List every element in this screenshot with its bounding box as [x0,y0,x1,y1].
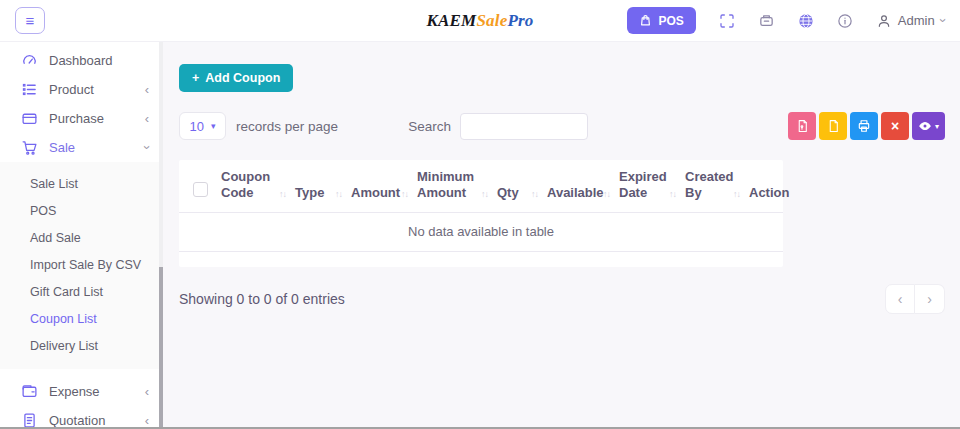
sort-icon: ↑↓ [335,189,342,200]
user-icon [876,13,892,29]
sidebar-item-purchase[interactable]: Purchase ‹ [0,104,162,133]
admin-dropdown[interactable]: Admin › [876,13,945,29]
chevron-expanded-icon: › [140,145,153,149]
chevron-collapsed-icon: ‹ [145,112,149,125]
submenu-item-delivery-list[interactable]: Delivery List [0,332,162,359]
top-bar: ≡ KAEMSalePro POS [0,0,960,42]
print-button[interactable] [850,112,878,140]
select-all-header [179,160,215,212]
pagination-next-button[interactable]: › [915,284,945,314]
sidebar-scrollbar-thumb[interactable] [159,267,163,429]
add-coupon-label: Add Coupon [205,71,280,85]
sort-icon: ↑↓ [279,189,286,200]
pos-button-label: POS [658,14,683,28]
sidebar-item-dashboard[interactable]: Dashboard [0,46,162,75]
submenu-item-coupon-list[interactable]: Coupon List [0,305,162,332]
dropdown-caret-icon: ▾ [935,122,939,131]
submenu-label: Add Sale [30,231,81,245]
export-pdf-button[interactable] [788,112,816,140]
sort-icon: ↑↓ [531,189,538,200]
shopping-bag-icon [639,14,652,27]
column-label: Amount [351,185,400,200]
submenu-label: Gift Card List [30,285,103,299]
sort-icon: ↑↓ [733,189,740,200]
column-label: Qty [497,185,519,200]
pos-button[interactable]: POS [627,7,695,34]
sidebar-item-quotation[interactable]: Quotation ‹ [0,406,162,429]
chevron-down-icon: › [936,18,949,22]
column-label: Minimum Amount [417,169,474,200]
submenu-item-pos[interactable]: POS [0,197,162,224]
select-all-checkbox[interactable] [193,182,208,197]
pagination: ‹ › [885,284,945,314]
table-header-row: Coupon Code↑↓ Type↑↓ Amount↑↓ Minimum Am… [179,160,783,212]
column-header-minimum-amount[interactable]: Minimum Amount↑↓ [411,160,491,212]
sale-submenu: Sale List POS Add Sale Import Sale By CS… [0,162,162,369]
pagination-prev-button[interactable]: ‹ [885,284,915,314]
printer-icon [857,119,871,133]
sidebar-item-label: Quotation [49,413,105,428]
search-label: Search [408,119,451,134]
column-header-created-by[interactable]: Created By↑↓ [679,160,743,212]
submenu-label: Coupon List [30,312,97,326]
sort-icon: ↑↓ [401,189,408,200]
chevron-collapsed-icon: ‹ [145,414,149,427]
sidebar: Dashboard Product ‹ Purchase ‹ [0,42,163,429]
add-coupon-button[interactable]: + Add Coupon [179,64,293,92]
export-excel-button[interactable] [819,112,847,140]
credit-card-icon [21,110,38,127]
logo-text-kaem: KAEM [426,11,476,30]
pdf-file-icon [796,119,809,133]
column-header-expired-date[interactable]: Expired Date↑↓ [613,160,679,212]
sidebar-item-label: Expense [49,384,100,399]
eye-icon [918,119,932,133]
sidebar-item-label: Purchase [49,111,104,126]
coupon-table-card: Coupon Code↑↓ Type↑↓ Amount↑↓ Minimum Am… [179,160,783,267]
submenu-item-import-sale-by-csv[interactable]: Import Sale By CSV [0,251,162,278]
sidebar-item-sale[interactable]: Sale › [0,133,162,162]
column-visibility-button[interactable]: ▾ [912,112,945,140]
column-header-amount[interactable]: Amount↑↓ [345,160,411,212]
column-label: Available [547,185,604,200]
close-button[interactable]: × [881,112,909,140]
column-header-coupon-code[interactable]: Coupon Code↑↓ [215,160,289,212]
column-label: Created By [685,169,733,200]
sidebar-item-product[interactable]: Product ‹ [0,75,162,104]
fullscreen-icon[interactable] [719,13,735,29]
submenu-item-add-sale[interactable]: Add Sale [0,224,162,251]
search-control: Search [408,113,588,140]
file-icon [827,119,840,133]
column-header-available[interactable]: Available↑↓ [541,160,613,212]
column-header-qty[interactable]: Qty↑↓ [491,160,541,212]
hamburger-icon: ≡ [26,12,35,29]
column-label: Expired Date [619,169,667,200]
submenu-item-gift-card-list[interactable]: Gift Card List [0,278,162,305]
app-logo: KAEMSalePro [426,11,533,31]
globe-icon[interactable] [798,13,814,29]
select-caret-icon: ▾ [211,121,216,131]
sidebar-item-expense[interactable]: Expense ‹ [0,377,162,406]
records-per-page-control: 10 ▾ records per page [179,112,338,140]
search-input[interactable] [460,113,588,140]
page-size-value: 10 [190,119,204,134]
admin-label: Admin [898,13,935,28]
sidebar-toggle-button[interactable]: ≡ [15,7,45,34]
plus-icon: + [192,71,199,85]
column-header-type[interactable]: Type↑↓ [289,160,345,212]
submenu-label: Sale List [30,177,78,191]
submenu-label: Import Sale By CSV [30,258,141,272]
sort-icon: ↑↓ [481,189,488,200]
sort-icon: ↑↓ [669,189,676,200]
logo-text-sale: Sale [476,11,507,30]
submenu-label: POS [30,204,56,218]
cash-register-icon[interactable] [758,12,775,29]
column-label: Action [749,185,789,200]
submenu-item-sale-list[interactable]: Sale List [0,170,162,197]
info-icon[interactable] [837,13,853,29]
dashboard-icon [21,52,38,69]
submenu-label: Delivery List [30,339,98,353]
page-size-select[interactable]: 10 ▾ [179,112,226,140]
wallet-icon [21,383,38,400]
empty-message: No data available in table [179,212,783,251]
column-label: Coupon Code [221,169,270,200]
